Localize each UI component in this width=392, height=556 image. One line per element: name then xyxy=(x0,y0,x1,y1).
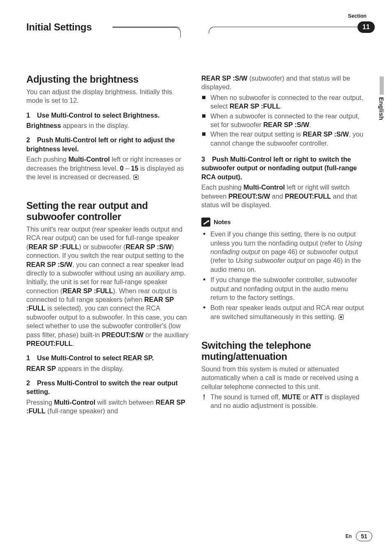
brightness-step2-body: Each pushing Multi-Control left or right… xyxy=(26,155,190,181)
step-number: 1 xyxy=(26,111,37,120)
step-number: 3 xyxy=(201,155,212,164)
term-rear-sp-sw: REAR SP :S/W xyxy=(303,130,349,138)
rear-step3-body: Each pushing Multi-Control left or right… xyxy=(201,183,365,209)
term-preout-sw: PREOUT:S/W xyxy=(228,192,270,200)
term-rear-sp-sw: REAR SP :S/W xyxy=(263,121,309,128)
text: ) or subwoofer ( xyxy=(79,243,125,250)
term-rear-sp-sw: REAR SP :S/W xyxy=(126,243,172,250)
rear-step2-continued: REAR SP :S/W (subwoofer) and that status… xyxy=(201,74,365,92)
text: . xyxy=(72,340,74,347)
text: will switch between xyxy=(95,398,156,406)
chapter-title: Initial Settings xyxy=(26,21,92,33)
list-item: The sound is turned off, MUTE or ATT is … xyxy=(201,393,365,410)
telephone-intro: Sound from this system is muted or atten… xyxy=(201,365,365,391)
term-brightness: Brightness xyxy=(26,122,61,129)
heading-telephone: Switching the telephone muting/attenuati… xyxy=(201,340,365,362)
text: (full-range speaker) and xyxy=(46,407,118,415)
list-item: When the rear output setting is REAR SP … xyxy=(201,130,365,148)
rear-output-paragraph: This unit's rear output (rear speaker le… xyxy=(26,225,190,348)
text: and xyxy=(270,192,285,200)
text: Each pushing xyxy=(201,183,244,191)
rear-step2-head: 2Press Multi-Control to switch the rear … xyxy=(26,379,190,396)
term-att: ATT xyxy=(311,393,323,401)
step-title: Push Multi-Control left or right to adju… xyxy=(26,136,175,152)
brightness-step1-head: 1Use Multi-Control to select Brightness. xyxy=(26,111,190,120)
value-max: 15 xyxy=(131,164,138,172)
notes-list: Even if you change this setting, there i… xyxy=(201,230,365,321)
list-item: Even if you change this setting, there i… xyxy=(201,230,365,274)
footer-page-number: 51 xyxy=(356,531,372,541)
value-min: 0 xyxy=(120,164,124,172)
section-end-icon xyxy=(339,315,344,320)
term-preout-full: PREOUT:FULL xyxy=(285,192,331,200)
list-item: Both rear speaker leads output and RCA r… xyxy=(201,303,365,321)
text: – xyxy=(124,164,131,172)
text: . xyxy=(309,121,311,128)
section-telephone: Switching the telephone muting/attenuati… xyxy=(201,340,365,410)
step-number: 1 xyxy=(26,354,37,362)
heading-brightness: Adjusting the brightness xyxy=(26,74,190,85)
text: appears in the display. xyxy=(56,365,124,372)
heading-rear-output: Setting the rear output and subwoofer co… xyxy=(26,200,190,222)
term-multi-control: Multi-Control xyxy=(69,155,110,163)
notes-heading: Notes xyxy=(201,218,365,227)
term-rear-sp-sw: REAR SP :S/W xyxy=(201,74,247,82)
term-rear-sp-full: REAR SP :FULL xyxy=(62,287,113,294)
term-rear-sp: REAR SP xyxy=(26,365,56,372)
language-side-tab: English xyxy=(378,76,385,120)
section-number-badge: 11 xyxy=(357,21,375,33)
list-item: When no subwoofer is connected to the re… xyxy=(201,93,365,111)
brightness-intro: You can adjust the display brightness. I… xyxy=(26,88,190,105)
telephone-bullets: The sound is turned off, MUTE or ATT is … xyxy=(201,393,365,410)
section-brightness: Adjusting the brightness You can adjust … xyxy=(26,74,190,181)
section-label: Section xyxy=(348,13,367,19)
list-item: If you change the subwoofer controller, … xyxy=(201,276,365,302)
content-columns: Adjusting the brightness You can adjust … xyxy=(26,74,372,424)
rear-setting-bullets: When no subwoofer is connected to the re… xyxy=(201,93,365,148)
step-number: 2 xyxy=(26,136,37,144)
text: or the auxiliary xyxy=(143,331,189,338)
page-footer: En 51 xyxy=(346,531,372,541)
text: When the rear output setting is xyxy=(210,130,303,138)
footer-lang: En xyxy=(346,533,352,539)
rear-step2-body: Pressing Multi-Control will switch betwe… xyxy=(26,398,190,416)
notes-icon xyxy=(201,218,210,227)
side-tab-language: English xyxy=(378,97,385,120)
ref-subwoofer: Using subwoofer output xyxy=(235,257,305,264)
section-rear-output: Setting the rear output and subwoofer co… xyxy=(26,200,190,415)
page-header: Section Initial Settings 11 xyxy=(26,21,372,38)
header-rule-right xyxy=(209,27,369,33)
header-rule-left xyxy=(113,27,180,33)
term-multi-control: Multi-Control xyxy=(244,183,285,191)
text: . xyxy=(280,102,282,110)
term-rear-sp-full: REAR SP :FULL xyxy=(230,102,280,110)
term-preout-full: PREOUT:FULL xyxy=(26,340,72,347)
brightness-step1-body: Brightness appears in the display. xyxy=(26,121,190,130)
brightness-step2-head: 2Push Multi-Control left or right to adj… xyxy=(26,136,190,153)
text: Even if you change this setting, there i… xyxy=(210,230,356,246)
side-tab-bar xyxy=(380,76,384,95)
text: If you change the subwoofer controller, … xyxy=(210,276,357,301)
term-rear-sp-sw: REAR SP :S/W xyxy=(26,261,72,268)
text: appears in the display. xyxy=(61,122,129,129)
term-rear-sp-full: REAR SP :FULL xyxy=(28,243,79,250)
term-multi-control: Multi-Control xyxy=(54,398,95,406)
rear-step1-body: REAR SP appears in the display. xyxy=(26,364,190,373)
text: or xyxy=(301,393,310,401)
rear-step1-head: 1Use Multi-Control to select REAR SP. xyxy=(26,354,190,362)
step-title: Push Multi-Control left or right to swit… xyxy=(201,155,357,181)
text: Each pushing xyxy=(26,155,69,163)
step-title: Press Multi-Control to switch the rear o… xyxy=(26,379,178,395)
chapter-title-wrap: Initial Settings xyxy=(26,21,92,33)
list-item: When a subwoofer is connected to the rea… xyxy=(201,112,365,130)
term-mute: MUTE xyxy=(282,393,301,401)
text: The sound is turned off, xyxy=(210,393,282,401)
step-title: Use Multi-Control to select REAR SP. xyxy=(37,354,154,361)
notes-label: Notes xyxy=(214,218,231,226)
step-number: 2 xyxy=(26,379,37,387)
step-title: Use Multi-Control to select Brightness. xyxy=(37,111,160,119)
text: Pressing xyxy=(26,398,54,406)
rear-step3-head: 3Push Multi-Control left or right to swi… xyxy=(201,155,365,181)
right-column: REAR SP :S/W (subwoofer) and that status… xyxy=(201,74,365,424)
section-end-icon xyxy=(134,175,138,180)
